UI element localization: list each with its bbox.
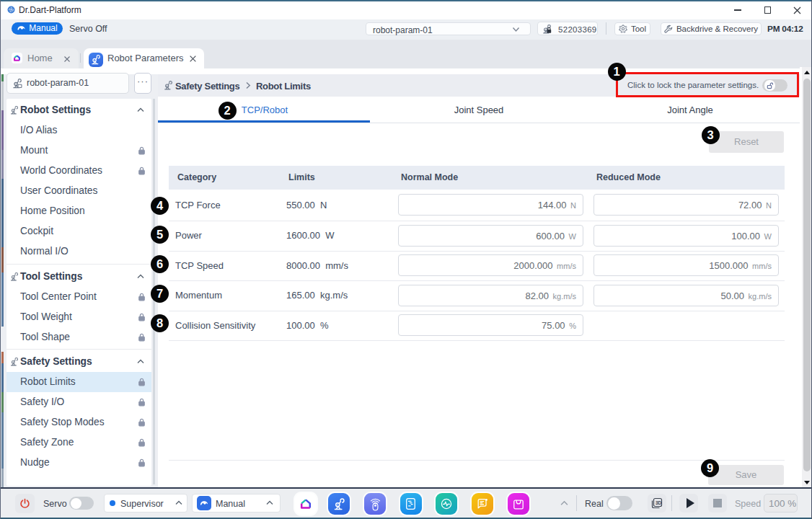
svg-text:3D: 3D [656, 500, 662, 505]
